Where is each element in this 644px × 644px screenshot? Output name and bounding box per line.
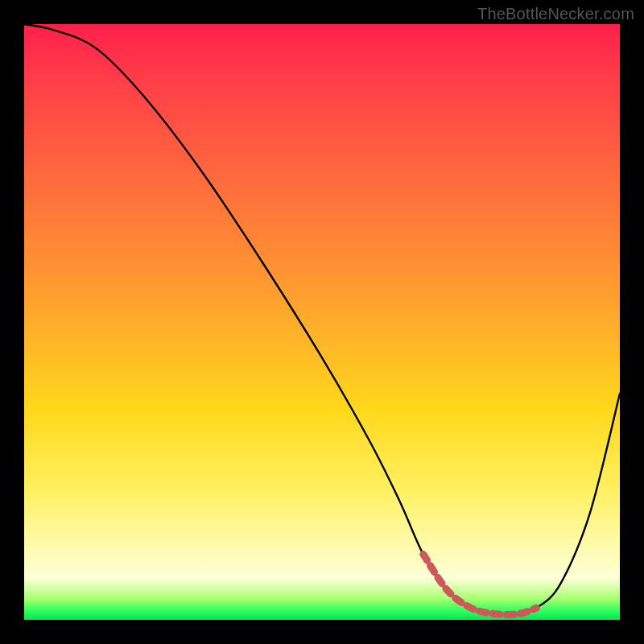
chart-frame: TheBottleNecker.com [0, 0, 644, 644]
watermark-text: TheBottleNecker.com [477, 5, 634, 23]
plot-area [24, 24, 620, 620]
bottleneck-curve [24, 24, 620, 620]
curve-highlight [423, 555, 537, 615]
curve-path [24, 24, 620, 615]
